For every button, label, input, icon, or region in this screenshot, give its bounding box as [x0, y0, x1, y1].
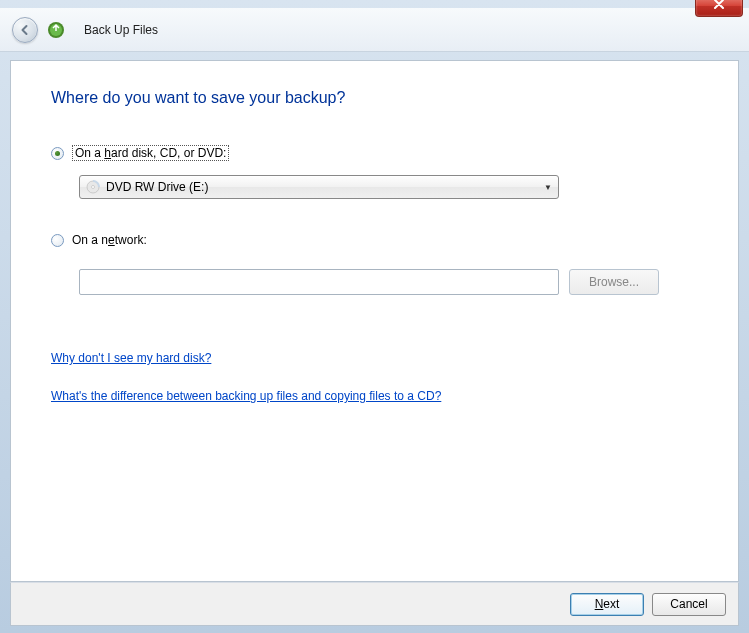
browse-button: Browse... — [569, 269, 659, 295]
svg-point-3 — [92, 186, 95, 189]
option-network[interactable]: On a network: — [51, 233, 698, 247]
drive-dropdown[interactable]: DVD RW Drive (E:) ▼ — [79, 175, 559, 199]
next-button[interactable]: Next — [570, 593, 644, 616]
network-path-input[interactable] — [79, 269, 559, 295]
back-button[interactable] — [12, 17, 38, 43]
close-icon — [713, 0, 725, 9]
back-arrow-icon — [18, 23, 32, 37]
wizard-title: Back Up Files — [84, 23, 158, 37]
link-backup-vs-copy[interactable]: What's the difference between backing up… — [51, 389, 441, 403]
cd-icon — [86, 180, 100, 194]
radio-network[interactable] — [51, 234, 64, 247]
cancel-button[interactable]: Cancel — [652, 593, 726, 616]
link-why-no-disk[interactable]: Why don't I see my hard disk? — [51, 351, 211, 365]
title-bar — [0, 0, 749, 8]
wizard-page: Where do you want to save your backup? O… — [10, 60, 739, 582]
close-button[interactable] — [695, 0, 743, 17]
wizard-footer: Next Cancel — [10, 582, 739, 626]
wizard-header: Back Up Files — [0, 8, 749, 52]
network-path-row: Browse... — [79, 269, 698, 295]
radio-hard-disk[interactable] — [51, 147, 64, 160]
option-hard-disk-label: On a hard disk, CD, or DVD: — [72, 145, 229, 161]
drive-dropdown-value: DVD RW Drive (E:) — [106, 180, 540, 194]
option-network-label: On a network: — [72, 233, 147, 247]
option-hard-disk[interactable]: On a hard disk, CD, or DVD: — [51, 145, 698, 161]
page-title: Where do you want to save your backup? — [51, 89, 698, 107]
chevron-down-icon: ▼ — [544, 183, 552, 192]
help-links: Why don't I see my hard disk? What's the… — [51, 351, 698, 427]
backup-wizard-icon — [46, 20, 66, 40]
